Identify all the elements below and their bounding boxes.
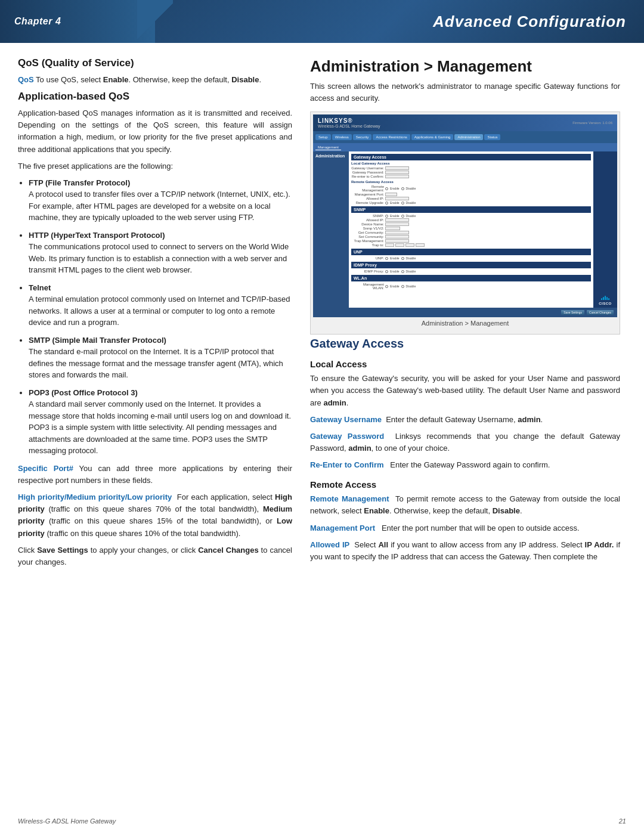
ls-snmpv1v2-label: Snmp V1/V2: bbox=[351, 227, 384, 230]
gateway-access-title: Gateway Access bbox=[310, 337, 620, 351]
ls-set-community-input[interactable] bbox=[385, 235, 409, 239]
ls-disable-radio[interactable] bbox=[401, 187, 404, 190]
ls-row-wlan: Management WLAN: Enable Disable bbox=[351, 283, 591, 290]
ls-trap-mgmt-label: Trap Management: bbox=[351, 239, 384, 243]
appqos-p2: The five preset applications are the fol… bbox=[18, 160, 292, 172]
ls-firmware: Firmware Version: 1.0.06 bbox=[572, 121, 612, 125]
ls-trap-mgmt-input[interactable] bbox=[385, 239, 409, 243]
ls-subnav: Management bbox=[313, 143, 617, 151]
ls-row-trap-mgmt: Trap Management: bbox=[351, 239, 591, 243]
ls-password-input[interactable] bbox=[385, 171, 409, 174]
ls-wlan-enable-radio[interactable] bbox=[385, 285, 388, 288]
ls-upgrade-disable-radio[interactable] bbox=[401, 202, 404, 205]
list-item: SMTP (Simple Mail Transfer Protocol) The… bbox=[29, 335, 292, 381]
ls-unp-disable-radio[interactable] bbox=[401, 257, 404, 260]
ls-nav-wireless[interactable]: Wireless bbox=[332, 134, 352, 140]
ls-set-community-label: Set Community: bbox=[351, 235, 384, 239]
ls-username-label: Gateway Username: bbox=[351, 166, 384, 170]
gateway-password-para: Gateway Password Linksys recommends that… bbox=[310, 431, 620, 454]
ls-unp-enable-text: Enable bbox=[390, 256, 400, 260]
ls-sidebar-title: Administration bbox=[315, 154, 346, 158]
ls-wlan-disable-text: Disable bbox=[406, 284, 416, 288]
ls-row-password: Gateway Password: bbox=[351, 171, 591, 174]
ls-cisco-text: CISCO bbox=[599, 302, 612, 305]
ls-unp-section: UNP bbox=[351, 249, 591, 255]
page-title: Advanced Configuration bbox=[433, 13, 626, 31]
ls-device-name-input[interactable] bbox=[385, 222, 409, 226]
ls-nav-access[interactable]: Access Restrictions bbox=[373, 134, 410, 140]
ls-body: Administration Gateway Access Local Gate… bbox=[313, 151, 617, 308]
ls-snmp-disable-radio[interactable] bbox=[401, 215, 404, 218]
ls-subnav-management[interactable]: Management bbox=[315, 145, 341, 150]
screenshot-image: LINKSYS® Wireless-G ADSL Home Gateway Fi… bbox=[313, 114, 617, 317]
ls-row-snmp: SNMP: Enable Disable bbox=[351, 214, 591, 218]
main-content: QoS (Quality of Service) QoS To use QoS,… bbox=[0, 43, 644, 591]
ls-password-label: Gateway Password: bbox=[351, 171, 384, 174]
ls-nav-setup[interactable]: Setup bbox=[315, 134, 331, 140]
ls-idmp-disable-radio[interactable] bbox=[401, 270, 404, 273]
ls-nav: Setup Wireless Security Access Restricti… bbox=[313, 131, 617, 143]
ls-allowed-ip2-input[interactable] bbox=[385, 218, 409, 222]
list-item: Telnet A terminal emulation protocol com… bbox=[29, 282, 292, 329]
admin-label-2: admin bbox=[518, 415, 540, 424]
priority-label: High priority/Medium priority/Low priori… bbox=[18, 493, 172, 501]
ls-mgmt-port-input[interactable] bbox=[385, 193, 397, 196]
ls-row-username: Gateway Username: bbox=[351, 166, 591, 170]
ls-nav-status[interactable]: Status bbox=[484, 134, 500, 140]
ls-username-input[interactable] bbox=[385, 166, 409, 170]
ls-get-community-input[interactable] bbox=[385, 231, 409, 234]
ls-row-mgmt-port: Management Port: bbox=[351, 193, 591, 196]
ls-unp-label: UNP: bbox=[351, 256, 384, 260]
ls-topbar: LINKSYS® Wireless-G ADSL Home Gateway Fi… bbox=[313, 114, 617, 131]
ls-main-area: Gateway Access Local Gateway Access Gate… bbox=[349, 151, 593, 308]
ls-snmpv1v2-input[interactable] bbox=[385, 227, 400, 230]
ls-upgrade-enable-text: Enable bbox=[390, 201, 400, 205]
ls-nav-security[interactable]: Security bbox=[353, 134, 372, 140]
ls-idmp-radio: Enable Disable bbox=[385, 270, 416, 273]
ls-nav-admin[interactable]: Administration bbox=[454, 134, 483, 140]
enable-label: Enable bbox=[103, 75, 129, 84]
page-footer: Wireless-G ADSL Home Gateway 21 bbox=[0, 817, 644, 825]
ls-allowed-ip2-label: Allowed IP: bbox=[351, 218, 384, 222]
ls-remote-mgmt-label: Remote Management: bbox=[351, 185, 384, 192]
qos-intro: QoS To use QoS, select Enable. Otherwise… bbox=[18, 74, 292, 86]
ls-wlan-disable-radio[interactable] bbox=[401, 285, 404, 288]
ls-wlan-section: WL.An bbox=[351, 275, 591, 281]
mgmt-port-para: Management Port Enter the port number th… bbox=[310, 522, 620, 534]
ls-trap-to-input4[interactable] bbox=[416, 243, 425, 247]
ls-row-remote-mgmt: Remote Management: Enable Disable bbox=[351, 185, 591, 192]
ls-nav-apps[interactable]: Applications & Gaming bbox=[411, 134, 454, 140]
ls-unp-enable-radio[interactable] bbox=[385, 257, 388, 260]
ip-addr-label: IP Addr. bbox=[585, 540, 614, 549]
ls-upgrade-enable-radio[interactable] bbox=[385, 202, 388, 205]
ls-row-trap-to: Trap to: bbox=[351, 243, 591, 247]
ls-enable-radio[interactable] bbox=[385, 187, 388, 190]
linksys-ui-mockup: LINKSYS® Wireless-G ADSL Home Gateway Fi… bbox=[313, 114, 617, 317]
ls-reenter-input[interactable] bbox=[385, 175, 409, 178]
ls-trap-to-input3[interactable] bbox=[405, 243, 414, 247]
ls-row-allowed-ip: Allowed IP: bbox=[351, 197, 591, 200]
ls-allowed-ip-input[interactable] bbox=[385, 197, 409, 200]
ls-row-reenter: Re-enter to Confirm: bbox=[351, 175, 591, 178]
screenshot-container: LINKSYS® Wireless-G ADSL Home Gateway Fi… bbox=[310, 112, 620, 335]
qos-label: QoS bbox=[18, 75, 34, 84]
ls-cisco-bars-icon bbox=[601, 296, 609, 301]
cancel-changes-text: Cancel Changes bbox=[198, 546, 258, 555]
ls-save-btn[interactable]: Save Settings bbox=[561, 310, 584, 315]
allowed-ip-label: Allowed IP bbox=[310, 540, 349, 549]
gateway-password-label: Gateway Password bbox=[310, 432, 384, 441]
right-column: Administration > Management This screen … bbox=[310, 57, 620, 573]
ls-idmp-enable-radio[interactable] bbox=[385, 270, 388, 273]
ls-cancel-btn[interactable]: Cancel Changes bbox=[587, 310, 614, 315]
disable-label-2: Disable bbox=[493, 506, 520, 515]
remote-mgmt-label: Remote Management bbox=[310, 494, 389, 503]
gateway-username-label: Gateway Username bbox=[310, 415, 382, 424]
proto-telnet-desc: A terminal emulation protocol commonly u… bbox=[29, 295, 290, 327]
ls-snmp-enable-radio[interactable] bbox=[385, 215, 388, 218]
ls-enable-text: Enable bbox=[390, 187, 400, 190]
ls-trap-to-input2[interactable] bbox=[395, 243, 404, 247]
ls-trap-to-input1[interactable] bbox=[385, 243, 394, 247]
appqos-title: Application-based QoS bbox=[18, 91, 292, 103]
admin-title: Administration > Management bbox=[310, 57, 620, 76]
ls-idmp-label: IDMP Proxy: bbox=[351, 270, 384, 273]
